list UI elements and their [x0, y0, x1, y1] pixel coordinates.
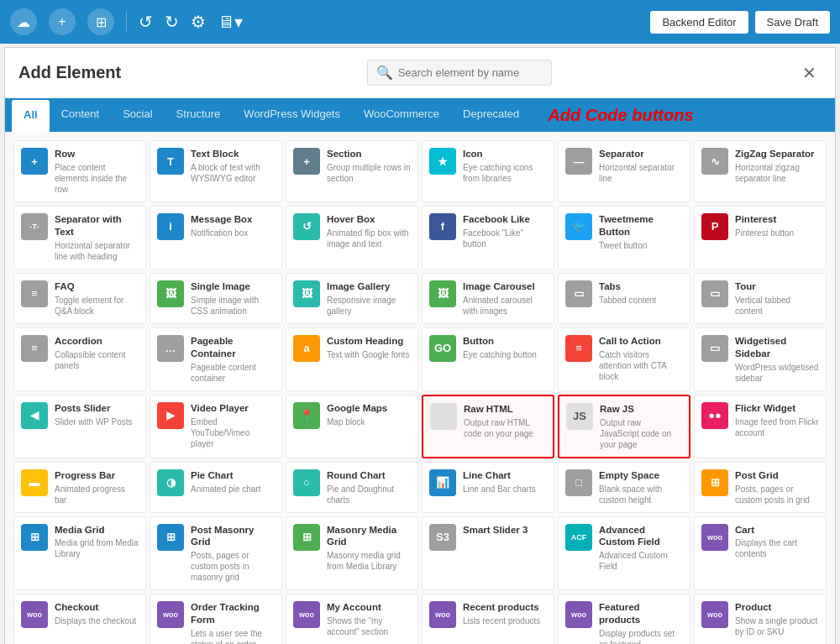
element-icon-raw_html: [430, 403, 457, 430]
element-title-post_masonry: Post Masonry Grid: [191, 524, 275, 549]
element-card-fb_like[interactable]: f Facebook Like Facebook "Like" button: [422, 206, 554, 270]
element-card-video_player[interactable]: ▶ Video Player Embed YouTube/Vimeo playe…: [150, 395, 282, 458]
layout-icon[interactable]: ⊞: [87, 8, 114, 35]
undo-icon[interactable]: ↺: [139, 12, 153, 32]
element-card-checkout[interactable]: woo Checkout Displays the checkout: [13, 594, 146, 644]
element-card-tweetmeme[interactable]: 🐦 Tweetmeme Button Tweet button: [558, 206, 690, 270]
element-card-icon[interactable]: ★ Icon Eye catching icons from libraries: [422, 140, 554, 202]
element-icon-empty_space: □: [565, 469, 592, 496]
element-desc-row: Place content elements inside the row: [55, 162, 139, 195]
element-card-sep_text[interactable]: -T- Separator with Text Horizontal separ…: [13, 206, 146, 270]
element-card-posts_slider[interactable]: ◀ Posts Slider Slider with WP Posts: [13, 395, 146, 458]
element-card-flickr[interactable]: ●● Flickr Widget Image feed from Flickr …: [694, 395, 827, 458]
element-desc-raw_html: Output raw HTML code on your page: [464, 417, 546, 439]
element-icon-tabs: ▭: [565, 280, 592, 307]
element-icon-separator_line: —: [565, 148, 592, 175]
element-card-raw_js[interactable]: JS Raw JS Output raw JavaScript code on …: [558, 395, 690, 458]
element-card-image_gallery[interactable]: 🖼 Image Gallery Responsive image gallery: [286, 273, 418, 324]
element-card-pageable[interactable]: … Pageable Container Pageable content co…: [150, 327, 282, 391]
tab-deprecated[interactable]: Deprecated: [451, 99, 531, 131]
element-card-raw_html[interactable]: Raw HTML Output raw HTML code on your pa…: [422, 395, 554, 458]
element-card-round_chart[interactable]: ○ Round Chart Pie and Doughnut charts: [286, 462, 418, 513]
element-icon-accordion: ≡: [21, 335, 48, 362]
element-icon-image_gallery: 🖼: [293, 280, 320, 307]
tab-all[interactable]: All: [12, 100, 50, 132]
element-card-line_chart[interactable]: 📊 Line Chart Line and Bar charts: [422, 462, 554, 513]
toolbar-right: Backend Editor Save Draft: [650, 11, 830, 34]
element-card-recent_products[interactable]: woo Recent products Lists recent product…: [422, 594, 554, 644]
element-icon-image_carousel: 🖼: [429, 280, 456, 307]
element-card-smart_slider[interactable]: S3 Smart Slider 3: [422, 516, 554, 591]
element-card-text_block[interactable]: T Text Block A block of text with WYSIWY…: [150, 140, 282, 202]
backend-editor-button[interactable]: Backend Editor: [650, 11, 748, 34]
element-title-raw_html: Raw HTML: [464, 403, 546, 416]
element-title-sep_text: Separator with Text: [55, 213, 139, 238]
element-title-empty_space: Empty Space: [599, 469, 683, 482]
element-card-cart[interactable]: woo Cart Displays the cart contents: [694, 516, 827, 591]
element-icon-cart: woo: [701, 524, 728, 551]
element-card-zigzag[interactable]: ∿ ZigZag Separator Horizontal zigzag sep…: [694, 140, 827, 202]
element-desc-hover_box: Animated flip box with image and text: [327, 228, 411, 249]
tab-wp-widgets[interactable]: WordPress Widgets: [232, 99, 352, 131]
add-icon[interactable]: +: [49, 8, 76, 35]
element-card-order_tracking[interactable]: woo Order Tracking Form Lets a user see …: [150, 594, 282, 644]
element-card-separator_line[interactable]: — Separator Horizontal separator line: [558, 140, 690, 202]
element-card-acf[interactable]: ACF Advanced Custom Field Advanced Custo…: [558, 516, 690, 591]
element-card-masonry_media[interactable]: ⊞ Masonry Media Grid Masonry media grid …: [286, 516, 418, 591]
save-draft-button[interactable]: Save Draft: [755, 11, 830, 34]
responsive-icon[interactable]: 🖥▾: [218, 12, 243, 32]
cloud-icon[interactable]: ☁: [10, 8, 37, 35]
element-title-order_tracking: Order Tracking Form: [191, 601, 275, 626]
tab-structure[interactable]: Structure: [165, 99, 233, 131]
tab-woocommerce[interactable]: WooCommerce: [352, 99, 451, 131]
element-card-empty_space[interactable]: □ Empty Space Blank space with custom he…: [558, 462, 690, 513]
element-title-pie_chart: Pie Chart: [191, 469, 275, 482]
element-card-section[interactable]: + Section Group multiple rows in section: [286, 140, 418, 202]
element-icon-fb_like: f: [429, 213, 456, 240]
element-card-faq[interactable]: ≡ FAQ Toggle element for Q&A block: [13, 273, 146, 324]
settings-icon[interactable]: ⚙: [191, 12, 206, 32]
element-title-posts_slider: Posts Slider: [55, 402, 139, 415]
element-card-image_carousel[interactable]: 🖼 Image Carousel Animated carousel with …: [422, 273, 554, 324]
element-card-post_grid[interactable]: ⊞ Post Grid Posts, pages or custom posts…: [694, 462, 827, 513]
element-card-row[interactable]: + Row Place content elements inside the …: [13, 140, 146, 202]
element-card-widgetised[interactable]: ▭ Widgetised Sidebar WordPress widgetise…: [694, 327, 827, 391]
element-card-media_grid[interactable]: ⊞ Media Grid Media grid from Media Libra…: [13, 516, 146, 591]
element-card-progress_bar[interactable]: ▬ Progress Bar Animated progress bar: [13, 462, 146, 513]
close-button[interactable]: ✕: [797, 63, 822, 83]
element-title-call_action: Call to Action: [599, 335, 683, 348]
element-card-google_maps[interactable]: 📍 Google Maps Map block: [286, 395, 418, 458]
element-card-tabs[interactable]: ▭ Tabs Tabbed content: [558, 273, 690, 324]
element-desc-recent_products: Lists recent products: [463, 615, 547, 626]
element-card-accordion[interactable]: ≡ Accordion Collapsible content panels: [13, 327, 146, 391]
element-card-tour[interactable]: ▭ Tour Vertical tabbed content: [694, 273, 827, 324]
element-card-product[interactable]: woo Product Show a single product by ID …: [694, 594, 827, 644]
element-card-pie_chart[interactable]: ◑ Pie Chart Animated pie chart: [150, 462, 282, 513]
element-card-custom_heading[interactable]: a Custom Heading Text with Google fonts: [286, 327, 418, 391]
element-card-my_account[interactable]: woo My Account Shows the "my account" se…: [286, 594, 418, 644]
element-title-pageable: Pageable Container: [191, 335, 275, 360]
element-desc-separator_line: Horizontal separator line: [599, 162, 683, 184]
element-desc-post_grid: Posts, pages or custom posts in grid: [735, 484, 819, 505]
modal-header: Add Element 🔍 ✕: [5, 48, 835, 98]
redo-icon[interactable]: ↻: [165, 12, 179, 32]
element-title-zigzag: ZigZag Separator: [735, 148, 819, 160]
element-card-button[interactable]: GO Button Eye catching button: [422, 327, 554, 391]
element-card-pinterest[interactable]: P Pinterest Pinterest button: [694, 206, 827, 270]
element-desc-cart: Displays the cart contents: [735, 537, 819, 559]
element-card-message_box[interactable]: i Message Box Notification box: [150, 206, 282, 270]
element-desc-sep_text: Horizontal separator line with heading: [55, 240, 139, 262]
element-card-hover_box[interactable]: ↺ Hover Box Animated flip box with image…: [286, 206, 418, 270]
element-icon-sep_text: -T-: [21, 213, 48, 240]
tab-social[interactable]: Social: [111, 99, 164, 131]
search-input[interactable]: [398, 66, 543, 79]
element-card-call_action[interactable]: ≡ Call to Action Catch visitors attentio…: [558, 327, 690, 391]
element-icon-posts_slider: ◀: [21, 402, 48, 429]
element-icon-my_account: woo: [293, 601, 320, 628]
tab-content[interactable]: Content: [50, 99, 112, 131]
element-card-post_masonry[interactable]: ⊞ Post Masonry Grid Posts, pages or cust…: [150, 516, 282, 591]
element-icon-recent_products: woo: [429, 601, 456, 628]
element-desc-image_carousel: Animated carousel with images: [463, 295, 547, 317]
element-card-single_image[interactable]: 🖼 Single Image Simple image with CSS ani…: [150, 273, 282, 324]
element-card-featured_products[interactable]: woo Featured products Display products s…: [558, 594, 690, 644]
